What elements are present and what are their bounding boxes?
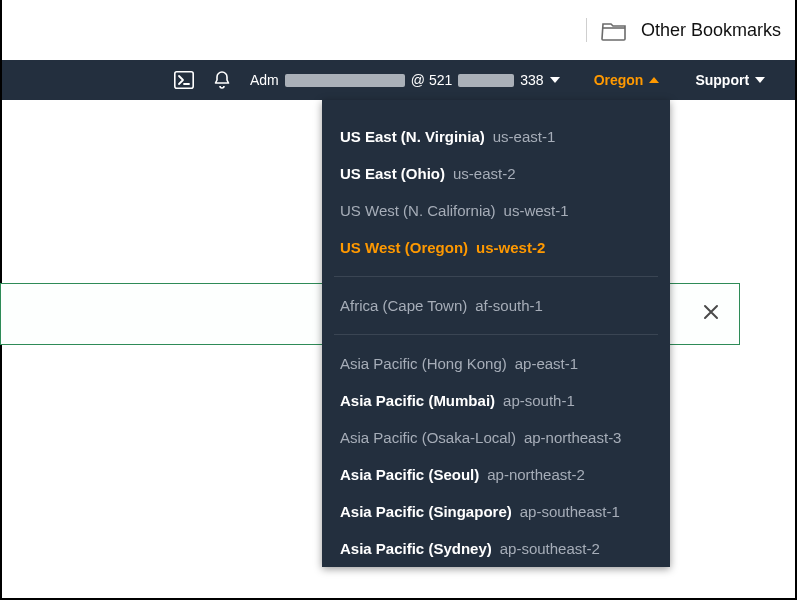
account-mid: @ 521 [411,72,452,88]
region-item[interactable]: US East (Ohio)us-east-2 [322,155,670,192]
dropdown-divider [334,334,658,335]
account-menu[interactable]: Adm @ 521 338 [250,72,560,88]
cloudshell-icon[interactable] [174,71,194,89]
region-code: af-south-1 [475,297,543,314]
dropdown-divider [334,276,658,277]
region-code: ap-southeast-1 [520,503,620,520]
close-icon [702,301,720,327]
region-selector[interactable]: Oregon [594,72,660,88]
region-item[interactable]: Asia Pacific (Hong Kong)ap-east-1 [322,345,670,382]
account-suffix: 338 [520,72,543,88]
region-code: us-east-1 [493,128,556,145]
svg-rect-0 [175,72,193,88]
region-item[interactable]: Asia Pacific (Osaka-Local)ap-northeast-3 [322,419,670,456]
bookmarks-divider [586,18,587,42]
account-prefix: Adm [250,72,279,88]
notifications-icon[interactable] [212,70,232,90]
aws-header: Adm @ 521 338 Oregon Support [0,60,797,100]
region-item[interactable]: US West (N. California)us-west-1 [322,192,670,229]
region-name: Asia Pacific (Singapore) [340,503,512,520]
region-name: Asia Pacific (Osaka-Local) [340,429,516,446]
region-code: ap-south-1 [503,392,575,409]
region-name: US West (Oregon) [340,239,468,256]
region-name: US East (N. Virginia) [340,128,485,145]
region-item[interactable]: Asia Pacific (Singapore)ap-southeast-1 [322,493,670,530]
region-item[interactable]: Asia Pacific (Mumbai)ap-south-1 [322,382,670,419]
region-name: Asia Pacific (Mumbai) [340,392,495,409]
region-item[interactable]: US West (Oregon)us-west-2 [322,229,670,266]
banner-close-button[interactable] [683,284,739,344]
region-name: Asia Pacific (Sydney) [340,540,492,557]
region-dropdown: US East (N. Virginia)us-east-1US East (O… [322,100,670,567]
other-bookmarks-button[interactable]: Other Bookmarks [641,20,781,41]
region-name: Asia Pacific (Seoul) [340,466,479,483]
bookmarks-bar: Other Bookmarks [0,0,797,60]
region-code: us-west-1 [504,202,569,219]
region-item[interactable]: Asia Pacific (Sydney)ap-southeast-2 [322,530,670,567]
caret-down-icon [755,77,765,83]
support-menu[interactable]: Support [695,72,765,88]
region-name: US West (N. California) [340,202,496,219]
region-code: ap-east-1 [515,355,578,372]
region-name: Asia Pacific (Hong Kong) [340,355,507,372]
support-label: Support [695,72,749,88]
account-redacted-2 [458,74,514,87]
region-code: ap-northeast-3 [524,429,622,446]
region-label: Oregon [594,72,644,88]
region-item[interactable]: Asia Pacific (Seoul)ap-northeast-2 [322,456,670,493]
folder-icon [601,19,627,41]
region-code: us-east-2 [453,165,516,182]
caret-up-icon [649,77,659,83]
region-item[interactable]: Africa (Cape Town)af-south-1 [322,287,670,324]
caret-down-icon [550,77,560,83]
region-code: us-west-2 [476,239,545,256]
region-code: ap-northeast-2 [487,466,585,483]
region-name: Africa (Cape Town) [340,297,467,314]
region-item[interactable]: US East (N. Virginia)us-east-1 [322,118,670,155]
account-redacted-1 [285,74,405,87]
region-name: US East (Ohio) [340,165,445,182]
region-code: ap-southeast-2 [500,540,600,557]
